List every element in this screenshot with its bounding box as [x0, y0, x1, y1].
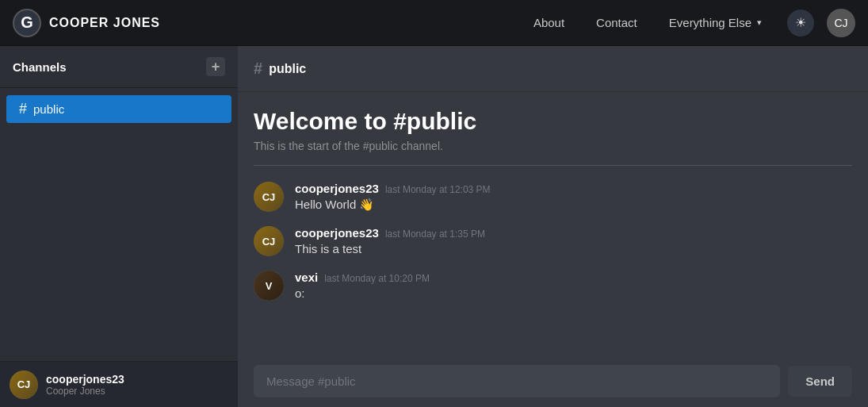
- nav-link-about[interactable]: About: [521, 11, 577, 34]
- message-author-2: cooperjones23: [295, 226, 379, 240]
- message-text-3: o:: [295, 286, 430, 300]
- nav-link-everything-else-label: Everything Else: [669, 16, 751, 29]
- message-avatar-cooperjones23-2: CJ: [254, 226, 284, 256]
- current-display-name: Cooper Jones: [46, 386, 124, 397]
- chat-header: # public: [238, 46, 868, 92]
- sidebar: Channels + # public CJ cooperjones23 Coo…: [0, 46, 238, 407]
- message-meta-2: cooperjones23 last Monday at 1:35 PM: [295, 226, 485, 240]
- add-channel-button[interactable]: +: [206, 57, 225, 76]
- channel-hash-icon: #: [19, 101, 27, 117]
- nav-link-contact[interactable]: Contact: [583, 11, 650, 34]
- message-text-1: Hello World 👋: [295, 198, 491, 212]
- current-username: cooperjones23: [46, 373, 124, 386]
- user-bar: CJ cooperjones23 Cooper Jones: [0, 361, 238, 407]
- nav-user-avatar[interactable]: CJ: [827, 9, 855, 37]
- chat-input-area: Send: [238, 355, 868, 407]
- channel-name-label: public: [33, 102, 64, 116]
- sidebar-item-public[interactable]: # public: [6, 95, 231, 123]
- avatar-cj-msg2: CJ: [254, 226, 284, 256]
- chevron-down-icon: ▾: [757, 17, 762, 28]
- nav-logo: G COOPER JONES: [13, 9, 160, 37]
- logo-icon: G: [13, 9, 41, 37]
- message-content-3: vexi last Monday at 10:20 PM o:: [295, 271, 430, 300]
- message-group-2: CJ cooperjones23 last Monday at 1:35 PM …: [254, 226, 852, 256]
- message-author-1: cooperjones23: [295, 182, 379, 195]
- welcome-subtitle: This is the start of the #public channel…: [254, 140, 852, 152]
- avatar-vexi-msg3: V: [254, 271, 284, 301]
- current-user-avatar: CJ: [10, 371, 38, 399]
- avatar-cj-icon: CJ: [10, 371, 38, 399]
- message-group-3: V vexi last Monday at 10:20 PM o:: [254, 271, 852, 301]
- message-meta-1: cooperjones23 last Monday at 12:03 PM: [295, 182, 491, 195]
- nav-logo-text: COOPER JONES: [49, 16, 160, 30]
- user-info: cooperjones23 Cooper Jones: [46, 373, 124, 397]
- message-content-2: cooperjones23 last Monday at 1:35 PM Thi…: [295, 226, 485, 255]
- message-input[interactable]: [254, 365, 780, 397]
- channel-list: # public: [0, 88, 238, 361]
- nav-link-everything-else[interactable]: Everything Else ▾: [656, 11, 774, 34]
- avatar-cj-msg1: CJ: [254, 182, 284, 212]
- main-layout: Channels + # public CJ cooperjones23 Coo…: [0, 46, 868, 407]
- send-button[interactable]: Send: [788, 366, 852, 397]
- welcome-section: Welcome to #public This is the start of …: [254, 108, 852, 166]
- message-time-1: last Monday at 12:03 PM: [385, 184, 491, 195]
- message-time-3: last Monday at 10:20 PM: [324, 273, 430, 284]
- message-time-2: last Monday at 1:35 PM: [385, 228, 485, 240]
- theme-toggle-button[interactable]: ☀: [787, 10, 814, 36]
- chat-header-channel-name: public: [269, 62, 306, 76]
- message-author-3: vexi: [295, 271, 318, 284]
- top-nav: G COOPER JONES About Contact Everything …: [0, 0, 868, 46]
- message-text-2: This is a test: [295, 242, 485, 255]
- message-avatar-cooperjones23-1: CJ: [254, 182, 284, 212]
- nav-links: About Contact Everything Else ▾ ☀ CJ: [521, 9, 855, 37]
- message-content-1: cooperjones23 last Monday at 12:03 PM He…: [295, 182, 491, 212]
- chat-area: # public Welcome to #public This is the …: [238, 46, 868, 407]
- sidebar-channels-label: Channels: [13, 60, 67, 74]
- sidebar-header: Channels +: [0, 46, 238, 88]
- message-meta-3: vexi last Monday at 10:20 PM: [295, 271, 430, 284]
- chat-messages: Welcome to #public This is the start of …: [238, 92, 868, 355]
- chat-header-hash: #: [254, 60, 262, 78]
- message-avatar-vexi: V: [254, 271, 284, 301]
- message-group-1: CJ cooperjones23 last Monday at 12:03 PM…: [254, 182, 852, 212]
- welcome-title: Welcome to #public: [254, 108, 852, 135]
